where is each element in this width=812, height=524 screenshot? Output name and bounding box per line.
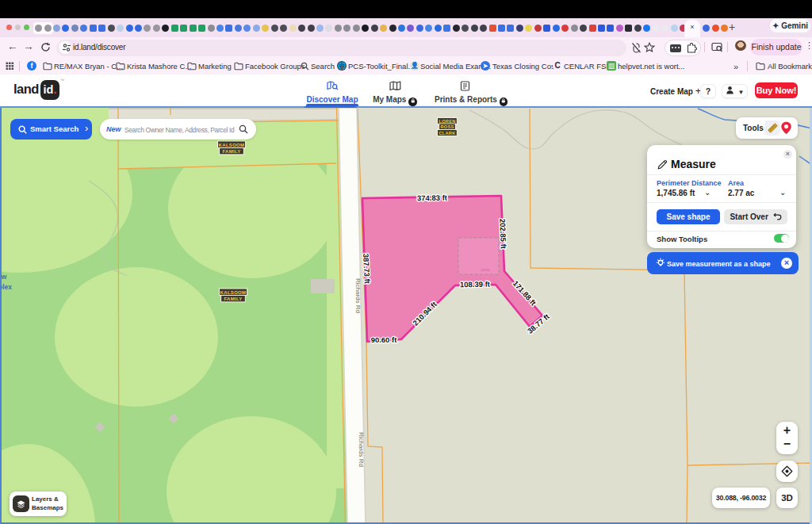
svg-text:ROSS: ROSS [440,124,454,129]
svg-text:90.60 ft: 90.60 ft [371,335,398,344]
svg-text:23750: 23750 [481,268,490,272]
svg-text:FAMILY: FAMILY [224,296,242,301]
svg-text:Richards Rd: Richards Rd [354,278,362,313]
svg-text:LOREN: LOREN [439,119,455,124]
svg-text:plex: plex [0,283,12,291]
svg-text:108.39 ft: 108.39 ft [460,280,491,289]
svg-text:FAMILY: FAMILY [222,149,240,154]
svg-text:CLARK: CLARK [439,131,455,136]
svg-text:KALSOOM: KALSOOM [219,143,245,147]
svg-text:202.85 ft: 202.85 ft [498,219,508,250]
svg-text:374.83 ft: 374.83 ft [417,193,448,203]
svg-text:KALSOOM: KALSOOM [220,290,247,295]
svg-text:Richards Rd: Richards Rd [358,432,365,467]
svg-text:387.73 ft: 387.73 ft [362,254,372,285]
